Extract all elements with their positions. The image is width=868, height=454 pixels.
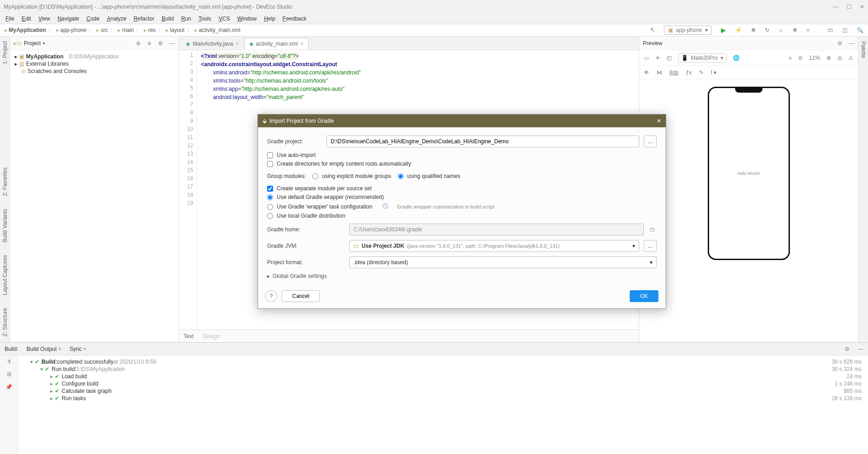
local-dist-radio[interactable] <box>267 213 273 219</box>
gradle-jvm-dropdown[interactable]: 🗀 Use Project JDK (java version "1.8.0_1… <box>349 240 639 252</box>
favorites-tab[interactable]: 2: Favorites <box>1 166 9 198</box>
close-icon[interactable]: ✕ <box>860 4 864 10</box>
fx-icon[interactable]: ƒx <box>686 69 692 76</box>
project-tree[interactable]: ▸▣ MyApplication D:\DS\MyApplication ▸▥ … <box>10 50 179 342</box>
magnet-icon[interactable]: ⋈ <box>657 69 662 76</box>
build-row[interactable]: ▾✔Build: completed successfully at 2020/… <box>25 358 862 365</box>
separate-module-checkbox[interactable] <box>267 186 273 192</box>
task-wrapper-radio[interactable] <box>267 204 273 210</box>
run-button[interactable]: ▶ <box>721 26 726 34</box>
help-button[interactable]: ? <box>265 290 277 302</box>
menu-analyze[interactable]: Analyze <box>104 15 129 23</box>
stop-icon[interactable]: ■ <box>806 27 810 33</box>
eye-icon[interactable]: 👁 <box>644 69 649 76</box>
sliders-icon[interactable]: ≑ <box>147 40 152 47</box>
crumb-1[interactable]: ▸app-phone <box>56 27 86 33</box>
menu-build[interactable]: Build <box>159 15 177 23</box>
browse-button[interactable]: … <box>644 136 657 147</box>
collapse-icon[interactable]: — <box>169 40 175 47</box>
menu-file[interactable]: File <box>3 15 17 23</box>
run-config-dropdown[interactable]: ▣app-phone▾ <box>664 26 711 35</box>
build-row[interactable]: ▸✔Run tasks28 s 139 ms <box>25 395 862 402</box>
attach-icon[interactable]: ☼ <box>779 27 784 33</box>
menu-window[interactable]: Window <box>234 15 259 23</box>
zoom-out-icon[interactable]: ⊖ <box>798 55 803 61</box>
build-output-tab[interactable]: Build Output × <box>26 346 61 352</box>
browse-button[interactable]: … <box>644 240 657 252</box>
collapse-icon[interactable]: — <box>858 346 863 352</box>
explicit-groups-radio[interactable] <box>312 173 318 179</box>
editor-tab[interactable]: ◆MainActivity.java× <box>181 38 244 50</box>
cancel-button[interactable]: Cancel <box>282 290 320 302</box>
close-tab-icon[interactable]: × <box>236 41 239 47</box>
gear-icon[interactable]: ⚙ <box>845 346 850 352</box>
layout-captures-tab[interactable]: Layout Captures <box>1 253 9 297</box>
hammer-icon[interactable]: ↯ <box>7 358 11 365</box>
gear-icon[interactable]: ⚙ <box>837 40 842 47</box>
device-dropdown[interactable]: 📱Mate20Pro▾ <box>678 53 726 63</box>
build-row[interactable]: ▸✔Configure build1 s 246 ms <box>25 380 862 387</box>
palette-tab[interactable]: Palette <box>859 39 868 60</box>
minimize-icon[interactable]: — <box>833 4 838 10</box>
profiler-icon[interactable]: ❋ <box>793 27 797 33</box>
qualified-names-radio[interactable] <box>398 173 404 179</box>
close-icon[interactable]: ✕ <box>657 118 661 124</box>
menu-vcs[interactable]: VCS <box>216 15 233 23</box>
crumb-5[interactable]: ▸layout <box>166 27 184 33</box>
crumb-2[interactable]: ▸src <box>96 27 108 33</box>
screen-icon[interactable]: ▭ <box>644 55 649 61</box>
default-wrapper-radio[interactable] <box>267 194 273 200</box>
global-settings-collapser[interactable]: ▸Global Gradle settings <box>267 273 657 279</box>
more-icon[interactable]: » <box>789 55 792 61</box>
crumb-4[interactable]: ▸res <box>144 27 156 33</box>
menu-run[interactable]: Run <box>179 15 194 23</box>
build-tree[interactable]: ▾✔Build: completed successfully at 2020/… <box>18 355 868 454</box>
refresh-icon[interactable]: ↻ <box>765 27 769 33</box>
structure-tab[interactable]: Z: Structure <box>1 306 9 339</box>
zoom-in-icon[interactable]: ⊕ <box>826 55 831 61</box>
editor-tab[interactable]: ◆activity_main.xml× <box>244 38 309 50</box>
orientation-icon[interactable]: ◰ <box>667 55 672 61</box>
ok-button[interactable]: OK <box>630 290 658 302</box>
menu-view[interactable]: View <box>36 15 53 23</box>
project-format-dropdown[interactable]: .idea (directory based)▾ <box>349 256 657 268</box>
align-icon[interactable]: I ▾ <box>711 69 717 76</box>
auto-import-checkbox[interactable] <box>267 152 273 158</box>
text-tab[interactable]: Text <box>184 333 194 339</box>
lightning-icon[interactable]: ⚡ <box>735 27 742 33</box>
tree-node-scratches[interactable]: Scratches and Consoles <box>27 68 87 74</box>
crumb-6[interactable]: ▸activity_main.xml <box>195 27 240 33</box>
pin-icon[interactable]: 📌 <box>5 384 12 390</box>
build-row[interactable]: ▸✔Calculate task graph885 ms <box>25 387 862 395</box>
menu-refactor[interactable]: Refactor <box>131 15 157 23</box>
menu-tools[interactable]: Tools <box>196 15 214 23</box>
tree-node-app[interactable]: MyApplication <box>26 53 63 60</box>
crumb-3[interactable]: ▸main <box>118 27 134 33</box>
target-icon[interactable]: ⊕ <box>136 40 141 47</box>
close-tab-icon[interactable]: × <box>300 41 304 47</box>
layout-icon[interactable]: ◫ <box>842 27 847 33</box>
wand-icon[interactable]: ✎ <box>699 69 704 76</box>
zoom-icon[interactable]: 🔍 <box>857 27 863 33</box>
gradle-project-input[interactable] <box>326 136 639 147</box>
build-row[interactable]: ▸✔Load build24 ms <box>25 373 862 380</box>
sync-tab[interactable]: Sync × <box>69 346 86 352</box>
create-dirs-checkbox[interactable] <box>267 161 273 167</box>
warning-icon[interactable]: ⚠ <box>848 55 853 61</box>
debug-icon[interactable]: ❋ <box>751 27 756 33</box>
design-tab[interactable]: Design <box>203 333 220 339</box>
menu-edit[interactable]: Edit <box>19 15 34 23</box>
dp-label[interactable]: 8dp <box>669 69 679 76</box>
search-icon[interactable]: ↸ <box>650 27 655 33</box>
filter-icon[interactable]: ⊞ <box>7 371 11 377</box>
tree-node-external[interactable]: External Libraries <box>26 61 68 67</box>
menu-help[interactable]: Help <box>261 15 278 23</box>
menu-code[interactable]: Code <box>84 15 102 23</box>
project-tab[interactable]: 1: Project <box>1 39 9 66</box>
sun-icon[interactable]: ☀ <box>655 55 660 61</box>
collapse-icon[interactable]: — <box>849 40 854 47</box>
build-variants-tab[interactable]: Build Variants <box>1 207 9 244</box>
folder-icon[interactable]: 🗀 <box>828 27 833 33</box>
reset-zoom-icon[interactable]: ◎ <box>837 55 842 61</box>
maximize-icon[interactable]: ☐ <box>847 4 852 10</box>
